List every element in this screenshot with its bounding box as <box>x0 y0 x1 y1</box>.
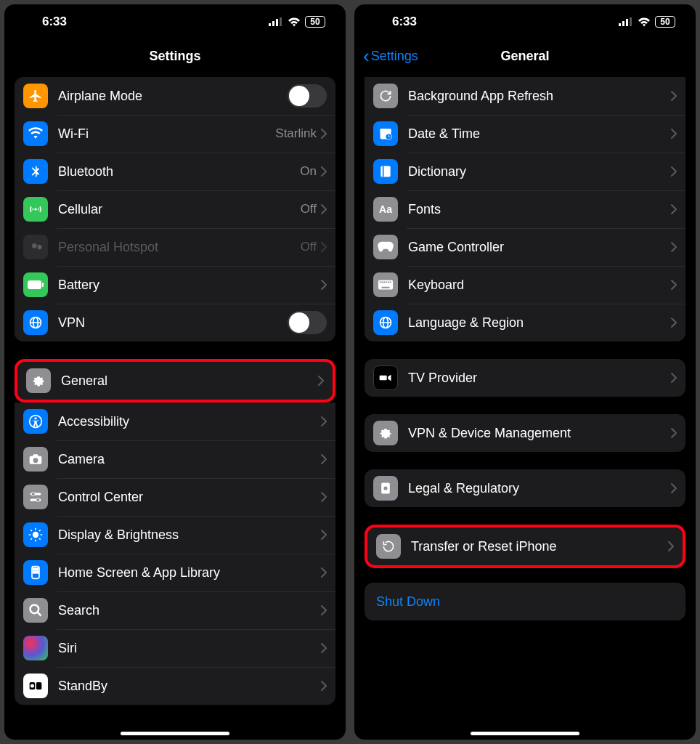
row-label: Personal Hotspot <box>58 240 301 255</box>
row-siri[interactable]: Siri <box>15 629 335 667</box>
row-label: Wi-Fi <box>58 126 275 142</box>
general-list[interactable]: Background App Refresh Date & Time Dicti… <box>354 73 696 740</box>
row-control-center[interactable]: Control Center <box>15 478 335 516</box>
row-label: Display & Brightness <box>58 527 321 543</box>
row-transfer-reset[interactable]: Transfer or Reset iPhone <box>367 527 683 565</box>
chevron-left-icon: ‹ <box>363 46 370 65</box>
row-vpn-device-mgmt[interactable]: VPN & Device Management <box>365 414 685 452</box>
reset-icon <box>376 534 401 559</box>
row-label: Game Controller <box>408 240 671 255</box>
chevron-icon <box>321 204 327 214</box>
row-label: Transfer or Reset iPhone <box>411 539 668 554</box>
status-time: 6:33 <box>42 15 67 29</box>
chevron-icon <box>321 416 327 426</box>
accessibility-icon <box>23 409 48 434</box>
wifi-icon <box>288 17 301 27</box>
nav-header: Settings <box>4 39 346 73</box>
chevron-icon <box>321 280 327 290</box>
row-legal[interactable]: Legal & Regulatory <box>365 469 685 507</box>
row-value: Starlink <box>275 126 317 141</box>
svg-point-29 <box>30 605 39 614</box>
chevron-icon <box>321 643 327 653</box>
svg-point-33 <box>30 684 34 688</box>
cellular-icon <box>23 197 48 222</box>
search-icon <box>23 598 48 623</box>
svg-rect-48 <box>388 281 389 283</box>
row-battery[interactable]: Battery <box>15 266 335 304</box>
control-center-icon <box>23 485 48 509</box>
row-bluetooth[interactable]: Bluetooth On <box>15 153 335 190</box>
row-date-time[interactable]: Date & Time <box>365 115 685 153</box>
row-label: Search <box>58 603 321 618</box>
settings-group-connectivity: Airplane Mode Wi-Fi Starlink Bluetooth O… <box>15 77 335 341</box>
vpn-icon <box>23 310 48 335</box>
row-tv-provider[interactable]: TV Provider <box>365 359 685 397</box>
signal-icon <box>269 17 283 26</box>
status-time: 6:33 <box>392 15 417 29</box>
svg-rect-50 <box>382 287 390 288</box>
legal-icon <box>373 476 398 501</box>
bluetooth-icon <box>23 159 48 184</box>
row-shut-down[interactable]: Shut Down <box>365 583 685 620</box>
svg-rect-25 <box>33 568 36 570</box>
chevron-icon <box>321 567 327 578</box>
row-hotspot[interactable]: Personal Hotspot Off <box>15 228 335 266</box>
row-label: Background App Refresh <box>408 89 671 104</box>
back-button[interactable]: ‹ Settings <box>363 39 418 73</box>
svg-rect-34 <box>619 23 621 26</box>
row-game-controller[interactable]: Game Controller <box>365 228 685 266</box>
row-language-region[interactable]: Language & Region <box>365 304 685 341</box>
row-label: Bluetooth <box>58 164 300 179</box>
row-keyboard[interactable]: Keyboard <box>365 266 685 304</box>
row-homescreen[interactable]: Home Screen & App Library <box>15 554 335 591</box>
svg-rect-54 <box>380 376 387 381</box>
row-background-refresh[interactable]: Background App Refresh <box>365 77 685 115</box>
signal-icon <box>619 17 633 26</box>
camera-icon <box>23 447 48 472</box>
row-wifi[interactable]: Wi-Fi Starlink <box>15 115 335 153</box>
row-label: Camera <box>58 452 321 467</box>
dictionary-icon <box>373 159 398 184</box>
home-indicator[interactable] <box>471 732 579 735</box>
row-label: Dictionary <box>408 164 671 179</box>
game-controller-icon <box>373 235 398 259</box>
chevron-icon <box>671 428 677 438</box>
row-search[interactable]: Search <box>15 591 335 629</box>
row-label: VPN <box>58 315 288 331</box>
chevron-icon <box>671 242 677 252</box>
svg-point-15 <box>33 532 38 538</box>
chevron-icon <box>671 166 677 177</box>
home-indicator[interactable] <box>121 732 229 735</box>
settings-list[interactable]: Airplane Mode Wi-Fi Starlink Bluetooth O… <box>4 73 346 740</box>
vpn-toggle[interactable] <box>288 311 327 334</box>
battery-icon: 50 <box>305 16 325 28</box>
row-accessibility[interactable]: Accessibility <box>15 403 335 440</box>
svg-rect-44 <box>380 281 381 283</box>
row-cellular[interactable]: Cellular Off <box>15 190 335 228</box>
chevron-icon <box>318 376 324 386</box>
wifi-icon <box>23 121 48 146</box>
row-display[interactable]: Display & Brightness <box>15 516 335 554</box>
status-right: 50 <box>269 16 325 28</box>
chevron-icon <box>321 530 327 540</box>
general-group-vpn: VPN & Device Management <box>365 414 685 452</box>
svg-point-14 <box>36 498 40 502</box>
homescreen-icon <box>23 560 48 585</box>
svg-rect-39 <box>380 129 391 132</box>
gear-icon <box>26 368 51 393</box>
chevron-icon <box>321 492 327 502</box>
row-vpn[interactable]: VPN <box>15 304 335 341</box>
airplane-toggle[interactable] <box>288 84 327 108</box>
row-label: Battery <box>58 278 321 293</box>
refresh-icon <box>373 84 398 108</box>
chevron-icon <box>671 129 677 139</box>
row-fonts[interactable]: Aa Fonts <box>365 190 685 228</box>
row-standby[interactable]: StandBy <box>15 667 335 705</box>
row-camera[interactable]: Camera <box>15 440 335 478</box>
gear-icon <box>373 421 398 445</box>
svg-line-30 <box>38 612 41 616</box>
row-airplane-mode[interactable]: Airplane Mode <box>15 77 335 115</box>
svg-rect-1 <box>272 21 274 26</box>
row-dictionary[interactable]: Dictionary <box>365 153 685 190</box>
row-general[interactable]: General <box>17 362 333 400</box>
